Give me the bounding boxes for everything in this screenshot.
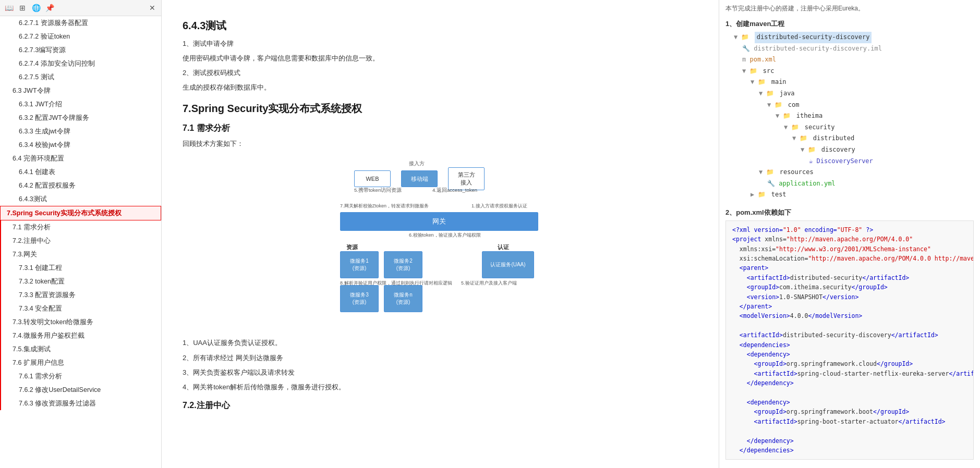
toc-item-641[interactable]: 6.4.1 创建表 <box>0 165 161 179</box>
toc-item-731[interactable]: 7.3.1 创建工程 <box>0 261 161 275</box>
toc-item-642[interactable]: 6.4.2 配置授权服务 <box>0 179 161 192</box>
section-643-title: 6.4.3测试 <box>183 19 698 33</box>
tree-resources: ▼ 📁 resources <box>725 167 974 178</box>
toc-item-643[interactable]: 6.4.3测试 <box>0 192 161 206</box>
toc-item-763[interactable]: 7.6.3 修改资源服务过滤器 <box>0 397 161 410</box>
resource4-box: 微服务n(资源) <box>384 285 422 312</box>
toc-item-627_5[interactable]: 6.2.7.5 测试 <box>0 70 161 84</box>
toc-item-72[interactable]: 7.2.注册中心 <box>0 234 161 248</box>
tree-yml: 🔧 application.yml <box>725 178 974 190</box>
label-8: 8.解析并验证用户权限，通过则则执行行请对相应逻辑 <box>340 280 455 287</box>
grid-btn[interactable]: ⊞ <box>17 2 28 14</box>
toc-item-76[interactable]: 7.6 扩展用户信息 <box>0 356 161 370</box>
file-tree: ▼ 📁 distributed-security-discovery 🔧 dis… <box>725 32 974 201</box>
tree-src: ▼ 📁 src <box>725 66 974 77</box>
label-accessor: 接入方 <box>409 160 425 167</box>
point-4: 4、网关将token解析后传给微服务，微服务进行授权。 <box>183 381 698 393</box>
toc-item-63[interactable]: 6.3 JWT令牌 <box>0 84 161 97</box>
tree-distributed: ▼ 📁 distributed <box>725 133 974 144</box>
tree-root-row: ▼ 📁 distributed-security-discovery <box>725 32 974 43</box>
label-1: 1.接入方请求授权服务认证 <box>471 203 527 210</box>
toc-item-632[interactable]: 6.3.2 配置JWT令牌服务 <box>0 111 161 125</box>
toc-item-627_1[interactable]: 6.2.7.1 资源服务器配置 <box>0 16 161 30</box>
tree-main: ▼ 📁 main <box>725 77 974 88</box>
toc-item-73[interactable]: 7.3.网关 <box>0 248 161 261</box>
tree-iml: 🔧 distributed-security-discovery.iml <box>725 43 974 55</box>
resource2-box: 微服务2(资源) <box>384 251 422 278</box>
tree-discovery-server: ☕ DiscoveryServer <box>725 156 974 167</box>
auth-box: 认证服务(UAA) <box>482 251 534 278</box>
step1-desc: 使用密码模式申请令牌，客户端信息需要和数据库中的信息一致。 <box>183 53 698 64</box>
toc-item-733[interactable]: 7.3.3 配置资源服务 <box>0 288 161 302</box>
label-6: 6.校验token，验证接入客户端权限 <box>409 232 481 239</box>
step2-title: 2、测试授权码模式 <box>183 67 698 79</box>
tree-security: ▼ 📁 security <box>725 122 974 133</box>
label-5: 5.携带token访问资源 <box>354 187 402 194</box>
resource-label: 资源 <box>346 243 358 251</box>
web-box: WEB <box>354 170 391 187</box>
tree-discovery: ▼ 📁 discovery <box>725 144 974 156</box>
toc-item-627_4[interactable]: 6.2.7.4 添加安全访问控制 <box>0 57 161 70</box>
toc-item-74[interactable]: 7.4.微服务用户鉴权拦截 <box>0 329 161 342</box>
toc-item-732[interactable]: 7.3.2 token配置 <box>0 275 161 288</box>
right-panel: 本节完成注册中心的搭建，注册中心采用Eureka。 1、创建maven工程 ▼ … <box>719 0 980 468</box>
code-block: <?xml version="1.0" encoding="UTF-8" ?> … <box>725 220 974 460</box>
req-desc: 回顾技术方案如下： <box>183 138 698 150</box>
toc-item-762[interactable]: 7.6.2 修改UserDetailService <box>0 383 161 397</box>
section-72-title: 7.2.注册中心 <box>183 400 698 411</box>
book-btn[interactable]: 📖 <box>3 2 15 14</box>
tree-com: ▼ 📁 com <box>725 100 974 111</box>
section-71-title: 7.1 需求分析 <box>183 123 698 134</box>
main-content: 6.4.3测试 1、测试申请令牌 使用密码模式申请令牌，客户端信息需要和数据库中… <box>162 0 719 468</box>
mobile-box: 移动端 <box>401 170 438 187</box>
section-7-title: 7.Spring Security实现分布式系统授权 <box>183 102 698 116</box>
resource1-box: 微服务1(资源) <box>340 251 379 278</box>
resource3-box: 微服务3(资源) <box>340 285 379 312</box>
point-2: 2、所有请求经过 网关到达微服务 <box>183 352 698 364</box>
tree-test: ▶ 📁 test <box>725 189 974 201</box>
label-5b: 5.验证证用户及接入客户端 <box>461 280 517 287</box>
toc-item-64[interactable]: 6.4 完善环境配置 <box>0 152 161 165</box>
toc-item-761[interactable]: 7.6.1 需求分析 <box>0 370 161 383</box>
right-step2: 2、pom.xml依赖如下 <box>725 208 974 217</box>
auth-label: 认证 <box>498 243 509 251</box>
toc-item-627_2[interactable]: 6.2.7.2 验证token <box>0 30 161 43</box>
toc-item-734[interactable]: 7.3.4 安全配置 <box>0 302 161 315</box>
architecture-diagram: 接入方 WEB 移动端 第三方接入 5.携带token访问资源 4.返回acce… <box>305 160 576 327</box>
close-btn[interactable]: ✕ <box>147 2 158 14</box>
sidebar-toolbar: 📖 ⊞ 🌐 📌 ✕ <box>0 0 161 16</box>
toc-item-71[interactable]: 7.1 需求分析 <box>0 220 161 234</box>
points-list: 1、UAA认证服务负责认证授权。 2、所有请求经过 网关到达微服务 3、网关负责… <box>183 337 698 392</box>
toc-list: 6.2.7.1 资源服务器配置6.2.7.2 验证token6.2.7.3编写资… <box>0 16 161 468</box>
pin-btn[interactable]: 📌 <box>44 2 55 14</box>
label-7: 7.网关解析校验Ztoken，转发请求到微服务 <box>340 203 470 210</box>
right-step1: 1、创建maven工程 <box>725 19 974 29</box>
toc-item-631[interactable]: 6.3.1 JWT介绍 <box>0 97 161 111</box>
toc-item-633[interactable]: 6.3.3 生成jwt令牌 <box>0 125 161 138</box>
globe-btn[interactable]: 🌐 <box>30 2 42 14</box>
toc-item-627_3[interactable]: 6.2.7.3编写资源 <box>0 43 161 57</box>
right-intro: 本节完成注册中心的搭建，注册中心采用Eureka。 <box>725 4 974 13</box>
tree-pom: m pom.xml <box>725 54 974 66</box>
sidebar: 📖 ⊞ 🌐 📌 ✕ 6.2.7.1 资源服务器配置6.2.7.2 验证token… <box>0 0 162 468</box>
toc-item-73t[interactable]: 7.3.转发明文token给微服务 <box>0 315 161 329</box>
step1-title: 1、测试申请令牌 <box>183 38 698 50</box>
toc-item-634[interactable]: 6.3.4 校验jwt令牌 <box>0 138 161 152</box>
tree-java: ▼ 📁 java <box>725 88 974 100</box>
tree-root-label: distributed-security-discovery <box>755 32 872 43</box>
toc-item-7[interactable]: 7.Spring Security实现分布式系统授权 <box>0 206 161 220</box>
tree-itheima: ▼ 📁 itheima <box>725 110 974 122</box>
point-1: 1、UAA认证服务负责认证授权。 <box>183 337 698 349</box>
point-3: 3、网关负责鉴权客户端以及请求转发 <box>183 367 698 378</box>
label-4: 4.返回access_token <box>432 187 477 194</box>
gateway-box: 网关 <box>340 212 538 231</box>
toc-item-75[interactable]: 7.5.集成测试 <box>0 342 161 356</box>
step2-desc: 生成的授权存储到数据库中。 <box>183 82 698 93</box>
